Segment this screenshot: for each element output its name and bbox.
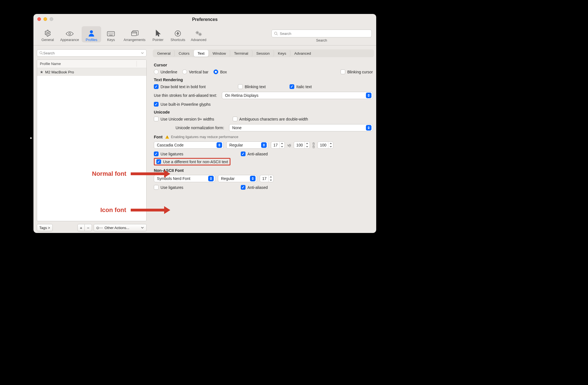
profile-search-box[interactable] — [37, 49, 147, 57]
profile-table-header[interactable]: Profile Name — [37, 60, 146, 68]
chevrons-icon — [217, 142, 222, 148]
svg-point-7 — [200, 34, 201, 35]
tab-text[interactable]: Text — [194, 50, 209, 57]
toolbar-label: General — [42, 38, 54, 42]
remove-profile-button[interactable]: − — [85, 224, 92, 231]
svg-rect-4 — [132, 32, 137, 36]
norm-label: Unicode normalization form: — [176, 126, 224, 130]
resize-handle[interactable] — [30, 137, 32, 139]
toolbar-label: Appearance — [60, 38, 79, 42]
chk-ambiguous[interactable]: Ambiguous characters are double-width — [233, 117, 308, 121]
eye-icon — [65, 31, 74, 37]
select-value: Regular — [229, 143, 243, 147]
preferences-window: Preferences General Appearance Profiles … — [33, 14, 376, 233]
cursor-box[interactable]: Box — [213, 69, 227, 74]
thin-strokes-select[interactable]: On Retina Displays — [222, 92, 373, 99]
hspacing-input[interactable]: 100 — [294, 141, 310, 149]
stepper[interactable] — [305, 142, 310, 148]
tab-keys[interactable]: Keys — [274, 50, 290, 57]
gears-icon — [195, 30, 203, 37]
select-value: Cascadia Code — [157, 143, 184, 147]
windows-icon — [130, 30, 139, 37]
gear-icon — [44, 30, 51, 37]
tab-colors[interactable]: Colors — [175, 50, 194, 57]
chk-ligatures[interactable]: Use ligatures — [154, 151, 183, 156]
blinking-cursor[interactable]: Blinking cursor — [341, 69, 373, 74]
nonascii-size-input[interactable]: 17 — [260, 175, 274, 182]
add-remove-group: + − — [77, 224, 92, 231]
toolbar-label: Profiles — [86, 38, 98, 42]
tab-window[interactable]: Window — [209, 50, 230, 57]
toolbar-shortcuts[interactable]: Shortcuts — [168, 26, 188, 42]
titlebar: Preferences — [33, 14, 376, 25]
tab-general[interactable]: General — [153, 50, 175, 57]
toolbar-general[interactable]: General — [38, 26, 57, 42]
toolbar-profiles[interactable]: Profiles — [82, 26, 101, 42]
chevron-down-icon[interactable] — [141, 51, 144, 55]
stepper[interactable] — [268, 175, 273, 182]
chk-unicode9[interactable]: Use Unicode version 9+ widths — [154, 117, 214, 121]
toolbar-advanced[interactable]: Advanced — [188, 26, 209, 42]
other-actions-label: Other Actions... — [105, 226, 129, 230]
nonascii-weight-select[interactable]: Regular — [218, 175, 257, 182]
profile-search-input[interactable] — [43, 51, 141, 55]
stepper[interactable] — [280, 142, 285, 148]
chk-nonascii-ligatures[interactable]: Use ligatures — [154, 185, 183, 190]
settings-panel: General Colors Text Window Terminal Sess… — [150, 45, 376, 233]
select-value: On Retina Displays — [225, 93, 258, 98]
chk-italic-text[interactable]: Italic text — [290, 84, 312, 89]
tags-button[interactable]: Tags > — [37, 224, 53, 231]
tab-session[interactable]: Session — [252, 50, 274, 57]
profile-name: M2 MacBook Pro — [45, 70, 74, 74]
font-weight-select[interactable]: Regular — [226, 141, 268, 149]
section-font: Font Enabling ligatures may reduce perfo… — [154, 135, 373, 139]
hspacing-icon: v|i — [288, 143, 291, 147]
chk-draw-bold[interactable]: Draw bold text in bold font — [154, 84, 206, 89]
cursor-underline[interactable]: Underline — [154, 69, 177, 74]
toolbar-keys[interactable]: Keys — [101, 26, 121, 42]
zoom-icon[interactable] — [50, 17, 53, 21]
other-actions-select[interactable]: ⊙⋯ Other Actions... — [94, 224, 147, 231]
window-title: Preferences — [192, 17, 218, 22]
toolbar-arrangements[interactable]: Arrangements — [121, 26, 148, 42]
profile-table: Profile Name ★ M2 MacBook Pro — [37, 59, 147, 221]
chk-diff-nonascii[interactable]: Use a different font for non-ASCII text — [156, 159, 228, 164]
chevron-down-icon — [141, 226, 144, 229]
section-nonascii: Non-ASCII Font — [154, 168, 373, 173]
chk-antialiased[interactable]: Anti-aliased — [241, 151, 268, 156]
tab-terminal[interactable]: Terminal — [230, 50, 252, 57]
nonascii-family-select[interactable]: Symbols Nerd Font — [154, 175, 215, 182]
norm-select[interactable]: None — [229, 124, 373, 131]
toolbar-search-input[interactable] — [280, 32, 369, 36]
warning-icon — [165, 135, 169, 139]
thin-strokes-label: Use thin strokes for anti-aliased text: — [154, 93, 217, 98]
person-icon — [88, 30, 95, 37]
toolbar-appearance[interactable]: Appearance — [57, 26, 82, 42]
font-size-input[interactable]: 17 — [271, 141, 285, 149]
minimize-icon[interactable] — [43, 17, 47, 21]
tab-advanced[interactable]: Advanced — [290, 50, 315, 57]
vspacing-input[interactable]: 100 — [317, 141, 333, 149]
bolt-circle-icon — [174, 30, 181, 37]
cursor-vertical[interactable]: Vertical bar — [182, 69, 208, 74]
chevrons-icon — [366, 93, 371, 98]
toolbar-search-box[interactable] — [271, 30, 372, 37]
toolbar-label: Shortcuts — [171, 38, 185, 42]
cursor-icon — [155, 30, 161, 37]
stepper[interactable] — [328, 142, 333, 148]
settings-content: Cursor Underline Vertical bar Box Blinki… — [152, 61, 375, 192]
add-profile-button[interactable]: + — [77, 224, 85, 231]
svg-point-8 — [274, 32, 277, 34]
profile-tabs: General Colors Text Window Terminal Sess… — [153, 49, 374, 57]
profile-row[interactable]: ★ M2 MacBook Pro — [37, 68, 146, 76]
select-value: None — [232, 126, 241, 130]
chk-nonascii-antialiased[interactable]: Anti-aliased — [241, 185, 268, 190]
toolbar-pointer[interactable]: Pointer — [148, 26, 168, 42]
search-icon — [39, 51, 43, 55]
chk-powerline[interactable]: Use built-in Powerline glyphs — [154, 102, 211, 107]
svg-point-9 — [40, 52, 42, 54]
close-icon[interactable] — [37, 17, 41, 21]
font-family-select[interactable]: Cascadia Code — [154, 141, 223, 149]
chk-blinking-text[interactable]: Blinking text — [238, 84, 266, 89]
toolbar-label: Advanced — [191, 38, 206, 42]
